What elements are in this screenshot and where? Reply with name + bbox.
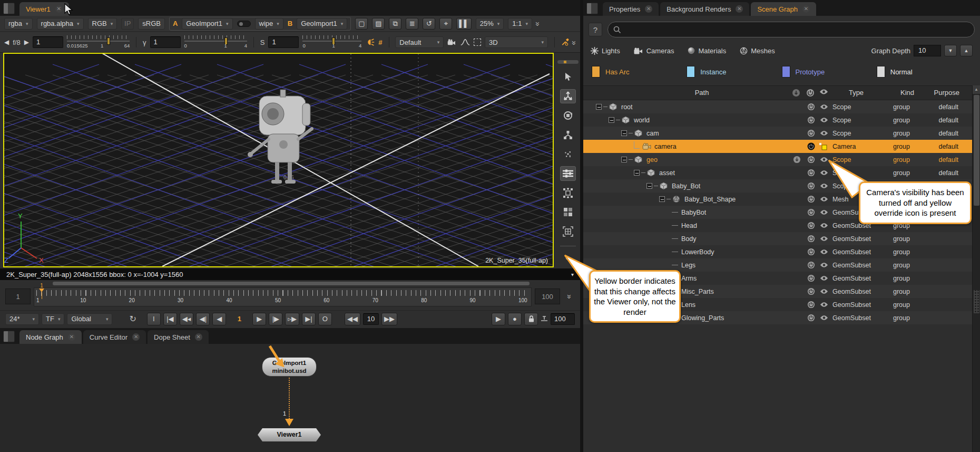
filter-materials[interactable]: Materials: [688, 47, 726, 55]
translate-tool-icon[interactable]: [560, 89, 576, 104]
eye-icon[interactable]: [820, 209, 828, 217]
search-box[interactable]: [607, 22, 975, 37]
scrollbar-thumb[interactable]: [974, 95, 979, 206]
close-icon[interactable]: ✕: [736, 5, 743, 13]
expander-icon[interactable]: [621, 130, 627, 136]
eye-icon[interactable]: [820, 104, 828, 111]
gain-input[interactable]: 1: [33, 36, 63, 48]
scene-graph-row[interactable]: LowerBodyGeomSubsetgroup: [583, 245, 972, 258]
expander-icon[interactable]: [646, 183, 652, 189]
step-back-icon[interactable]: ◀◀: [345, 313, 360, 325]
record-icon[interactable]: ●: [508, 313, 522, 325]
prev-keyframe-icon[interactable]: ◀◂: [180, 313, 194, 325]
eye-icon[interactable]: [820, 223, 828, 230]
close-icon[interactable]: ✕: [802, 5, 810, 13]
column-kind[interactable]: Kind: [886, 89, 928, 97]
refresh-icon[interactable]: ↺: [423, 18, 435, 30]
panel-layout-icon[interactable]: [3, 331, 15, 342]
power-icon[interactable]: [807, 103, 815, 112]
proxy-toggle-icon[interactable]: ▨: [372, 18, 385, 30]
eyedropper-icon[interactable]: [561, 37, 569, 47]
viewer-lut-dropdown[interactable]: sRGB: [138, 18, 165, 30]
loop-mode-icon[interactable]: ↻: [129, 314, 136, 324]
localize-column-icon[interactable]: [792, 89, 800, 99]
close-icon[interactable]: ✕: [55, 5, 63, 13]
gamma-input[interactable]: 1: [150, 36, 181, 48]
current-frame-display[interactable]: 1: [229, 315, 250, 323]
tab-properties[interactable]: Properties ✕: [603, 2, 659, 16]
next-keyframe-icon[interactable]: ▹▶: [285, 313, 299, 325]
power-icon[interactable]: [807, 169, 815, 178]
next-frame-icon[interactable]: |▶: [269, 313, 282, 325]
panel-layout-icon[interactable]: [3, 3, 15, 14]
a-input-dropdown[interactable]: GeoImport1▾: [182, 18, 232, 30]
eye-icon[interactable]: [820, 262, 828, 270]
close-icon[interactable]: ✕: [132, 333, 140, 341]
select-tool-icon[interactable]: [560, 70, 576, 84]
power-icon[interactable]: [807, 208, 815, 218]
gain-slider[interactable]: 0.015625 1 64: [67, 34, 130, 50]
eye-icon[interactable]: [820, 288, 828, 296]
play-forward-icon[interactable]: ▶: [252, 313, 266, 325]
frame-ruler[interactable]: 1102030405060708090100 1: [34, 287, 532, 306]
expander-icon[interactable]: [621, 157, 627, 162]
node-viewer1[interactable]: Viewer1: [258, 428, 321, 441]
eye-icon[interactable]: [820, 117, 828, 124]
saturation-input[interactable]: 1: [268, 36, 299, 48]
marquee-icon[interactable]: [474, 39, 481, 46]
visibility-column-icon[interactable]: [819, 89, 828, 97]
tab-scene-graph[interactable]: Scene Graph ✕: [751, 2, 816, 16]
override-icon[interactable]: [819, 142, 827, 152]
localized-icon[interactable]: [793, 156, 801, 165]
close-icon[interactable]: ✕: [195, 333, 202, 341]
tab-node-graph[interactable]: Node Graph ✕: [19, 330, 82, 344]
transform-handles-icon[interactable]: [560, 186, 576, 200]
tab-dope-sheet[interactable]: Dope Sheet ✕: [148, 330, 209, 344]
filter-lights[interactable]: Lights: [591, 47, 620, 55]
vertical-scrollbar[interactable]: ▲: [972, 85, 980, 452]
playhead[interactable]: 1: [38, 283, 45, 299]
scene-graph-row[interactable]: cameraCameragroupdefault: [583, 140, 972, 153]
headlamp-icon[interactable]: [365, 37, 375, 47]
scale-tool-icon[interactable]: [560, 128, 576, 142]
saturation-slider[interactable]: 0 1 4: [302, 34, 361, 50]
column-purpose[interactable]: Purpose: [934, 89, 959, 97]
scene-graph-row[interactable]: camScopegroupdefault: [583, 127, 972, 140]
fps-dropdown[interactable]: 24*▾: [5, 313, 39, 325]
timeline-scrollbar[interactable]: [53, 282, 530, 285]
scene-graph-row[interactable]: geoScopegroupdefault: [583, 153, 972, 166]
range-start-input[interactable]: 1: [5, 288, 31, 304]
display-channel-dropdown[interactable]: RGB▾: [88, 18, 117, 30]
power-column-icon[interactable]: [806, 89, 815, 99]
expander-icon[interactable]: [596, 104, 602, 110]
zoom-level-dropdown[interactable]: 25%▾: [476, 18, 504, 30]
power-icon[interactable]: [807, 274, 815, 284]
scene-graph-row[interactable]: rootScopegroupdefault: [583, 100, 972, 113]
column-type[interactable]: Type: [830, 89, 883, 97]
help-button[interactable]: ?: [589, 23, 602, 36]
toolbar-overflow-chevron[interactable]: »: [534, 22, 543, 25]
power-icon[interactable]: [807, 222, 815, 231]
goto-start-icon[interactable]: |◀: [163, 313, 177, 325]
graph-depth-increase-icon[interactable]: ▲: [960, 45, 973, 56]
scene-graph-row[interactable]: worldScopegroupdefault: [583, 113, 972, 127]
panel-layout-icon[interactable]: [586, 3, 598, 14]
graph-depth-decrease-icon[interactable]: ▼: [944, 45, 957, 56]
prev-frame-icon[interactable]: ◀|: [196, 313, 210, 325]
view-mode-dropdown[interactable]: 3D▾: [485, 36, 548, 48]
sliders-tool-icon[interactable]: [560, 166, 576, 181]
power-icon[interactable]: [807, 129, 815, 139]
tab-curve-editor[interactable]: Curve Editor ✕: [83, 330, 146, 344]
scene-graph-row[interactable]: assetScopegroupdefault: [583, 166, 972, 179]
column-path[interactable]: Path: [615, 89, 789, 97]
power-icon[interactable]: [807, 248, 815, 257]
power-icon[interactable]: [807, 116, 815, 126]
b-input-dropdown[interactable]: GeoImport1▾: [297, 18, 347, 30]
filter-cameras[interactable]: Cameras: [634, 47, 674, 55]
eye-icon[interactable]: [820, 275, 828, 283]
power-icon[interactable]: [807, 235, 815, 244]
gamma-slider[interactable]: 0 1 4: [184, 34, 247, 50]
search-input[interactable]: [625, 25, 969, 34]
frame-grid-icon[interactable]: [560, 224, 576, 239]
input-process-button[interactable]: IP: [121, 18, 134, 30]
